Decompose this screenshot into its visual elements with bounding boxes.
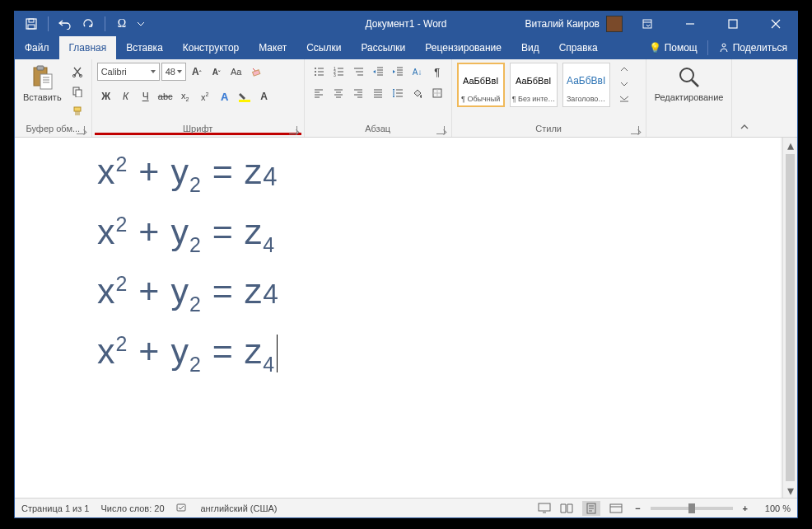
line-spacing-button[interactable] [389,84,407,102]
language-status[interactable]: английский (США) [201,503,278,513]
tab-layout[interactable]: Макет [249,36,296,59]
decrease-indent-button[interactable] [369,63,387,81]
tab-review[interactable]: Рецензирование [415,36,511,59]
find-button[interactable]: Редактирование [651,63,727,104]
display-settings-icon[interactable] [538,502,551,515]
collapse-ribbon-button[interactable] [732,59,757,137]
equation-line[interactable]: x2 + y2 = z4 [97,211,768,258]
increase-indent-button[interactable] [389,63,407,81]
style-no-spacing[interactable]: АаБбВвІ ¶ Без инте… [510,63,558,107]
bold-button[interactable]: Ж [97,87,115,105]
maximize-button[interactable] [715,12,751,36]
tell-me-button[interactable]: 💡 Помощ [639,42,707,54]
styles-row-down[interactable] [615,77,633,91]
tab-insert[interactable]: Вставка [116,36,173,59]
scroll-up-arrow[interactable]: ▴ [783,138,797,152]
clear-formatting-button[interactable] [247,63,265,81]
align-right-button[interactable] [349,84,367,102]
tab-references[interactable]: Ссылки [296,36,351,59]
style-gallery: АаБбВвІ ¶ Обычный АаБбВвІ ¶ Без инте… Аа… [457,63,610,107]
vertical-scrollbar[interactable]: ▴ ▾ [782,138,797,498]
ribbon: Вставить Буфер обм... Calibri 48 Aˆ Aˇ A… [15,59,797,138]
styles-dialog-launcher[interactable] [631,126,639,134]
styles-expand[interactable] [615,92,633,105]
minimize-button[interactable] [672,12,708,36]
italic-button[interactable]: К [117,87,135,105]
style-preview: АаБбВвІ [516,67,551,95]
scroll-down-arrow[interactable]: ▾ [783,483,797,498]
tab-help[interactable]: Справка [549,36,608,59]
zoom-out-button[interactable]: − [632,503,643,513]
save-button[interactable] [21,14,41,34]
svg-rect-12 [76,90,82,97]
align-left-button[interactable] [310,84,328,102]
text-effects-button[interactable]: A [216,87,234,105]
equation-line[interactable]: x2 + y2 = z4 [97,330,768,377]
format-painter-button[interactable] [68,102,86,120]
document-page[interactable]: x2 + y2 = z4x2 + y2 = z4x2 + y2 = z4x2 +… [15,138,781,498]
svg-rect-14 [252,70,259,76]
highlight-button[interactable] [236,87,254,105]
zoom-level[interactable]: 100 % [758,503,791,513]
tab-home[interactable]: Главная [59,36,117,59]
strikethrough-button[interactable]: abc [156,87,175,105]
zoom-slider[interactable] [651,507,733,510]
font-color-button[interactable]: A [255,87,273,105]
font-dialog-launcher[interactable] [289,126,297,134]
document-area: x2 + y2 = z4x2 + y2 = z4x2 + y2 = z4x2 +… [15,138,797,498]
group-editing-spacer [651,122,727,137]
paragraph-dialog-launcher[interactable] [436,126,445,134]
insert-symbol-button[interactable]: Ω [112,14,132,34]
underline-button[interactable]: Ч [137,87,155,105]
sort-button[interactable]: A↓ [408,63,427,81]
clipboard-dialog-launcher[interactable] [77,126,85,134]
shading-button[interactable] [408,84,427,102]
change-case-button[interactable]: Aa [227,63,245,81]
zoom-in-button[interactable]: + [740,503,751,513]
copy-button[interactable] [68,82,86,101]
tab-file[interactable]: Файл [15,36,59,59]
shrink-font-button[interactable]: Aˇ [208,63,226,81]
tab-design[interactable]: Конструктор [173,36,249,59]
bullets-button[interactable] [310,63,328,81]
superscript-button[interactable]: x2 [196,87,214,105]
tab-mailings[interactable]: Рассылки [351,36,415,59]
cut-button[interactable] [68,63,86,81]
web-layout-button[interactable] [607,501,625,516]
font-name-select[interactable]: Calibri [97,63,160,81]
multilevel-icon [352,66,364,77]
paste-icon [29,64,55,91]
tab-view[interactable]: Вид [511,36,549,59]
spellcheck-icon[interactable] [176,502,189,515]
show-marks-button[interactable]: ¶ [428,63,446,81]
numbering-button[interactable]: 123 [329,63,348,81]
qat-customize-button[interactable] [135,14,147,34]
justify-button[interactable] [369,84,387,102]
subscript-button[interactable]: x2 [176,87,194,105]
user-name: Виталий Каиров [525,18,600,30]
close-button[interactable] [758,12,794,36]
equation-line[interactable]: x2 + y2 = z4 [97,270,768,317]
paste-button[interactable]: Вставить [20,63,65,104]
style-normal[interactable]: АаБбВвІ ¶ Обычный [457,63,505,107]
style-heading1[interactable]: АаБбВвІ Заголово… [562,63,610,107]
ribbon-options-button[interactable] [629,12,665,36]
equation-line[interactable]: x2 + y2 = z4 [97,151,768,198]
redo-button[interactable] [78,14,98,34]
user-avatar[interactable] [606,16,623,32]
font-size-select[interactable]: 48 [161,63,186,81]
word-count[interactable]: Число слов: 20 [100,503,164,513]
read-mode-button[interactable] [558,501,576,516]
grow-font-button[interactable]: Aˆ [188,63,206,81]
undo-button[interactable] [55,14,75,34]
page-status[interactable]: Страница 1 из 1 [21,503,89,513]
print-layout-button[interactable] [582,501,600,516]
share-button[interactable]: Поделиться [708,42,797,54]
zoom-slider-thumb[interactable] [688,503,695,513]
borders-button[interactable] [428,84,446,102]
align-center-button[interactable] [329,84,348,102]
scroll-thumb[interactable] [786,154,795,481]
multilevel-list-button[interactable] [349,63,367,81]
svg-rect-25 [539,503,550,511]
styles-row-up[interactable] [615,63,633,76]
